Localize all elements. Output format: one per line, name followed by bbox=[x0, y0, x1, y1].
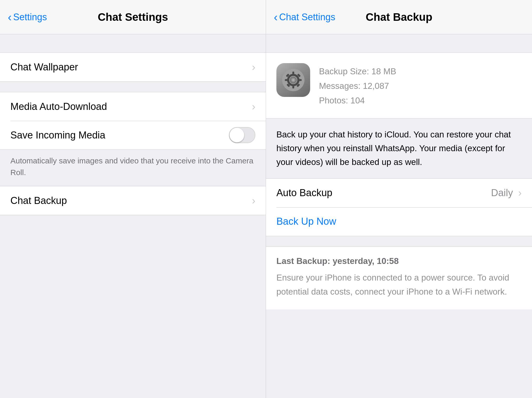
right-nav-bar: ‹ Chat Settings Chat Backup bbox=[266, 0, 532, 34]
auto-backup-chevron-icon: › bbox=[518, 187, 522, 199]
svg-rect-3 bbox=[292, 72, 294, 75]
last-backup-text: Ensure your iPhone is connected to a pow… bbox=[276, 271, 522, 299]
back-up-now-row[interactable]: Back Up Now bbox=[266, 207, 532, 236]
svg-rect-5 bbox=[285, 79, 288, 81]
chat-backup-row[interactable]: Chat Backup › bbox=[0, 186, 266, 215]
save-media-toggle-track[interactable] bbox=[229, 127, 255, 143]
left-nav-bar: ‹ Settings Chat Settings bbox=[0, 0, 266, 34]
top-spacer-right bbox=[266, 34, 532, 52]
left-panel: ‹ Settings Chat Settings Chat Wallpaper … bbox=[0, 0, 266, 398]
chat-settings-back-button[interactable]: ‹ Chat Settings bbox=[274, 11, 335, 23]
back-chevron-right-icon: ‹ bbox=[274, 11, 278, 23]
backup-stats: Backup Size: 18 MB Messages: 12,087 Phot… bbox=[319, 63, 396, 108]
left-nav-title: Chat Settings bbox=[98, 11, 168, 23]
save-media-footer-text: Automatically save images and video that… bbox=[10, 156, 254, 177]
svg-point-12 bbox=[292, 79, 295, 82]
backup-icloud-icon bbox=[276, 63, 310, 97]
last-backup-section: Last Backup: yesterday, 10:58 Ensure you… bbox=[266, 247, 532, 309]
right-panel: ‹ Chat Settings Chat Backup bbox=[266, 0, 532, 398]
backup-photos: Photos: 104 bbox=[319, 93, 396, 108]
svg-rect-6 bbox=[298, 79, 302, 81]
right-nav-title: Chat Backup bbox=[366, 11, 433, 23]
backup-info-row: Backup Size: 18 MB Messages: 12,087 Phot… bbox=[266, 52, 532, 118]
svg-rect-4 bbox=[292, 85, 294, 89]
chat-backup-group: Chat Backup › bbox=[0, 186, 266, 215]
save-media-toggle[interactable] bbox=[229, 127, 255, 143]
backup-description-section: Back up your chat history to iCloud. You… bbox=[266, 118, 532, 178]
spacer-1 bbox=[0, 82, 266, 92]
top-spacer-left bbox=[0, 34, 266, 52]
chat-wallpaper-row[interactable]: Chat Wallpaper › bbox=[0, 53, 266, 81]
chat-backup-label: Chat Backup bbox=[10, 195, 249, 206]
auto-backup-row[interactable]: Auto Backup Daily › bbox=[266, 179, 532, 207]
spacer-right-2 bbox=[266, 236, 532, 247]
chat-backup-chevron-icon: › bbox=[252, 195, 255, 207]
chat-wallpaper-chevron-icon: › bbox=[252, 61, 255, 73]
back-up-now-button[interactable]: Back Up Now bbox=[276, 216, 336, 227]
auto-backup-label: Auto Backup bbox=[276, 187, 491, 198]
media-auto-download-row[interactable]: Media Auto-Download › bbox=[0, 92, 266, 121]
chat-wallpaper-label: Chat Wallpaper bbox=[10, 62, 249, 73]
media-auto-download-label: Media Auto-Download bbox=[10, 101, 249, 112]
back-chevron-icon: ‹ bbox=[8, 11, 12, 23]
chat-wallpaper-group: Chat Wallpaper › bbox=[0, 52, 266, 82]
auto-backup-value: Daily bbox=[491, 187, 513, 198]
media-group: Media Auto-Download › Save Incoming Medi… bbox=[0, 92, 266, 150]
backup-messages: Messages: 12,087 bbox=[319, 79, 396, 93]
save-media-toggle-knob bbox=[230, 128, 244, 142]
backup-size: Backup Size: 18 MB bbox=[319, 64, 396, 79]
save-media-footer: Automatically save images and video that… bbox=[0, 150, 266, 186]
save-incoming-media-label: Save Incoming Media bbox=[10, 130, 229, 141]
backup-description-text: Back up your chat history to iCloud. You… bbox=[276, 130, 511, 167]
save-incoming-media-row: Save Incoming Media bbox=[0, 121, 266, 149]
last-backup-title: Last Backup: yesterday, 10:58 bbox=[276, 256, 522, 266]
auto-backup-group: Auto Backup Daily › Back Up Now bbox=[266, 178, 532, 236]
settings-back-button[interactable]: ‹ Settings bbox=[8, 11, 47, 23]
media-auto-download-chevron-icon: › bbox=[252, 101, 255, 112]
